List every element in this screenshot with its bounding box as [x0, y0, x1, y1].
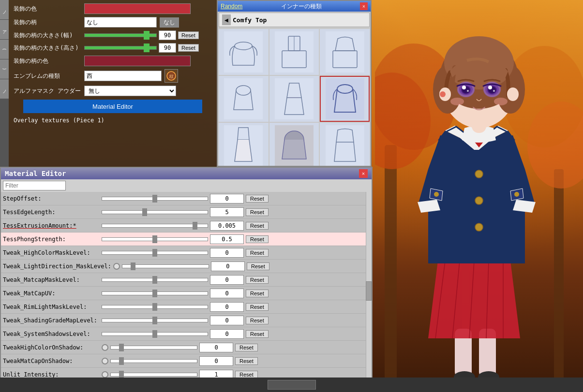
me-row-highcolor: Tweak_HighColorMaskLevel: 0 Reset — [1, 246, 372, 260]
svg-text:紋: 紋 — [169, 74, 174, 79]
clothing-item-6[interactable] — [320, 76, 370, 122]
tessphong-reset[interactable]: Reset — [246, 235, 269, 243]
systemshadows-label: Tweak_SystemShadowsLevel: — [3, 331, 100, 337]
pattern-input[interactable] — [84, 17, 157, 28]
highcoloron-slider[interactable] — [110, 346, 197, 349]
material-editor-content[interactable]: StepOffset: 0 Reset TessEdgeLength: 5 Re… — [1, 192, 372, 391]
tab-2[interactable]: ア — [0, 20, 9, 39]
emblem-controls: 紋 — [84, 69, 178, 83]
material-editor-close[interactable]: × — [359, 169, 368, 178]
stepoffset-slider[interactable] — [102, 197, 208, 201]
stepoffset-reset[interactable]: Reset — [246, 195, 269, 203]
emblem-input[interactable] — [84, 71, 162, 81]
rimlight-reset[interactable]: Reset — [246, 303, 269, 311]
systemshadows-slider[interactable] — [102, 332, 208, 336]
shadinggrade-value: 0 — [210, 316, 244, 325]
matcapuv-slider[interactable] — [102, 291, 208, 295]
svg-rect-22 — [554, 169, 564, 392]
me-row-shadinggrade: Tweak_ShadingGradeMapLevel: 0 Reset — [1, 314, 372, 327]
pattern-width-slider[interactable] — [84, 33, 157, 37]
tessphong-label: TessPhongStrength: — [3, 236, 100, 243]
selected-item-bar: ◀ Comfy Top — [219, 13, 370, 27]
shadinggrade-label: Tweak_ShadingGradeMapLevel: — [3, 317, 100, 324]
clothing-item-3[interactable] — [320, 29, 370, 75]
matcap-value: 0 — [210, 275, 244, 285]
filter-input[interactable] — [3, 181, 66, 190]
matcapuv-reset[interactable]: Reset — [246, 290, 269, 297]
lightdir-value: 0 — [211, 261, 245, 271]
pattern-height-reset[interactable]: Reset — [178, 44, 199, 52]
systemshadows-value: 0 — [210, 329, 244, 339]
material-editor-title: Material Editor — [5, 170, 66, 177]
tab-1[interactable]: ノ — [0, 0, 9, 19]
matcapon-slider[interactable] — [110, 359, 197, 363]
tessedgelength-reset[interactable]: Reset — [246, 208, 269, 216]
svg-point-62 — [450, 98, 464, 105]
systemshadows-reset[interactable]: Reset — [246, 330, 269, 338]
decoration-color-box[interactable] — [84, 3, 191, 14]
shadinggrade-slider[interactable] — [102, 319, 208, 322]
me-row-lightdir: Tweak_LightDirection_MaskLevel: 0 Reset — [1, 260, 372, 273]
material-editor-panel: Material Editor × StepOffset: 0 Reset Te… — [0, 167, 373, 392]
emblem-row: エンブレムの種類 紋 — [11, 68, 215, 84]
clothing-item-2[interactable] — [269, 29, 319, 75]
scrollbar-track[interactable] — [366, 192, 372, 391]
pattern-height-slider-row: 90 Reset — [84, 43, 199, 53]
pattern-width-label: 装飾の柄の大きさ(幅) — [14, 31, 81, 40]
tab-5[interactable]: ノ — [0, 79, 9, 99]
emblem-label: エンブレムの種類 — [14, 72, 81, 80]
matcap-reset[interactable]: Reset — [246, 276, 269, 284]
pattern-width-reset[interactable]: Reset — [178, 31, 199, 39]
pattern-color-box[interactable] — [84, 56, 191, 66]
emblem-icon[interactable]: 紋 — [164, 69, 178, 83]
shadinggrade-reset[interactable]: Reset — [246, 317, 269, 324]
lightdir-reset[interactable]: Reset — [247, 262, 269, 270]
clothing-item-7[interactable] — [219, 123, 269, 166]
random-button[interactable]: Random — [221, 3, 242, 10]
matcapon-handle — [102, 358, 108, 364]
clothing-item-5[interactable] — [269, 76, 319, 122]
tab-4[interactable]: ) — [0, 59, 9, 79]
tessedgelength-slider[interactable] — [102, 210, 208, 214]
selected-item-name: Comfy Top — [233, 16, 366, 24]
tessextrusion-reset[interactable]: Reset — [246, 222, 269, 230]
tessphong-slider[interactable] — [102, 237, 208, 241]
tessextrusion-slider[interactable] — [102, 224, 208, 228]
clothing-item-4[interactable] — [219, 76, 269, 122]
clothing-item-9[interactable] — [320, 123, 370, 166]
tab-3[interactable]: ( — [0, 40, 9, 59]
svg-point-63 — [494, 98, 508, 105]
scrollbar-thumb[interactable] — [366, 281, 372, 301]
nav-prev-arrow[interactable]: ◀ — [222, 15, 231, 25]
matcap-slider[interactable] — [102, 278, 208, 282]
highcoloron-reset[interactable]: Reset — [235, 344, 258, 351]
pattern-height-value: 90 — [159, 43, 176, 53]
inner-panel-close[interactable]: × — [360, 2, 368, 10]
pattern-row: 装飾の柄 なし — [11, 15, 215, 29]
material-editor-button[interactable]: Material Editor — [23, 100, 202, 113]
taskbar-indicator[interactable] — [268, 380, 316, 390]
pattern-height-slider[interactable] — [84, 46, 157, 50]
lightdir-handle — [113, 263, 120, 270]
alpha-mask-label: アルファマスク アウダー — [14, 87, 81, 95]
pattern-color-label: 装飾の柄の色 — [14, 57, 81, 65]
matcapon-reset[interactable]: Reset — [235, 357, 258, 365]
pattern-label: 装飾の柄 — [14, 18, 81, 27]
highcolor-slider[interactable] — [102, 251, 208, 255]
svg-rect-8 — [326, 31, 364, 73]
me-row-tessedgelength: TessEdgeLength: 5 Reset — [1, 205, 372, 219]
clothing-item-1[interactable] — [219, 29, 269, 75]
stepoffset-value: 0 — [210, 194, 244, 203]
clothing-item-8[interactable] — [269, 123, 319, 166]
character-display — [375, 0, 583, 392]
material-editor-titlebar: Material Editor × — [1, 168, 372, 179]
lightdir-slider[interactable] — [122, 264, 209, 268]
me-row-systemshadows: Tweak_SystemShadowsLevel: 0 Reset — [1, 327, 372, 341]
decoration-panel: 装飾の色 装飾の柄 なし 装飾の柄の大きさ(幅) 90 Reset 装飾の柄の大… — [9, 0, 217, 167]
unlit-slider[interactable] — [110, 373, 197, 377]
pattern-reset-button[interactable]: なし — [160, 17, 179, 28]
rimlight-slider[interactable] — [102, 305, 208, 309]
alpha-mask-select[interactable]: 無し — [84, 86, 176, 96]
highcolor-label: Tweak_HighColorMaskLevel: — [3, 249, 100, 256]
highcolor-reset[interactable]: Reset — [246, 249, 269, 257]
